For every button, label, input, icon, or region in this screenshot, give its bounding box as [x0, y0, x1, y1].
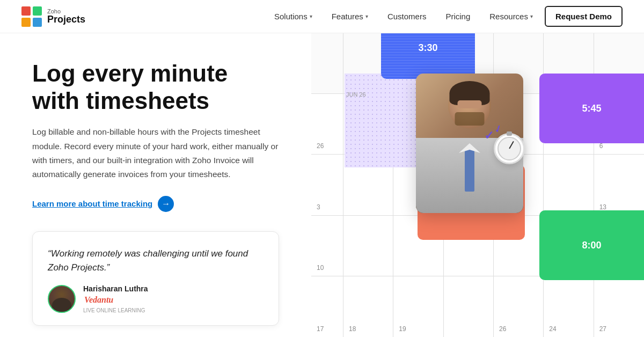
svg-rect-3: [33, 18, 42, 27]
nav-resources[interactable]: Resources ▾: [482, 8, 540, 25]
company-logo-icon: Vedantu: [83, 294, 126, 306]
request-demo-button[interactable]: Request Demo: [545, 6, 623, 27]
right-panel: 26 6 3 13 10 17 18 19: [311, 33, 644, 337]
logo-zoho: Zoho: [47, 8, 85, 14]
calendar-block-purple: 5:45: [539, 74, 644, 143]
logo-icon: [21, 6, 42, 27]
left-panel: Log every minute with timesheets Log bil…: [0, 33, 311, 337]
author-name: Harisharan Luthra: [83, 284, 148, 293]
page-title: Log every minute with timesheets: [32, 60, 290, 114]
avatar: [48, 285, 76, 313]
stopwatch-button: [507, 131, 512, 136]
cal-cell: 18: [343, 276, 393, 337]
cal-cell: 13: [594, 155, 644, 215]
stopwatch-icon: [494, 133, 528, 167]
main-nav: Solutions ▾ Features ▾ Customers Pricing…: [267, 6, 623, 27]
cal-cell: [343, 216, 393, 276]
arrow-icon: →: [158, 196, 174, 212]
svg-rect-2: [21, 18, 31, 27]
stopwatch-circle: [494, 133, 525, 164]
calendar-month-label: JUN 26: [346, 91, 366, 98]
logo-text: Zoho Projects: [47, 8, 85, 25]
svg-rect-0: [21, 6, 31, 16]
testimonial-card: “Working remotely was challenging until …: [32, 231, 279, 326]
main-content: Log every minute with timesheets Log bil…: [0, 33, 644, 337]
nav-customers[interactable]: Customers: [380, 8, 434, 25]
testimonial-quote: “Working remotely was challenging until …: [48, 247, 264, 275]
logo-projects: Projects: [47, 14, 85, 25]
learn-more-link[interactable]: Learn more about time tracking →: [32, 196, 290, 212]
nav-pricing[interactable]: Pricing: [438, 8, 478, 25]
cal-cell: 27: [594, 276, 644, 337]
avatar-image: [49, 285, 75, 313]
cal-cell: 26: [494, 276, 544, 337]
nav-solutions[interactable]: Solutions ▾: [267, 8, 320, 25]
cal-cell: 19: [393, 276, 443, 337]
author-company: Vedantu LIVE ONLINE LEARNING: [83, 294, 148, 313]
chevron-down-icon: ▾: [530, 13, 533, 19]
cal-cell: [544, 155, 594, 215]
cal-cell: 10: [311, 216, 343, 276]
calendar-block-green: 8:00: [539, 210, 644, 280]
svg-text:Vedantu: Vedantu: [84, 295, 113, 304]
stopwatch-face: [497, 137, 521, 160]
checkmark-icon: ✓: [484, 129, 494, 143]
author-info: Harisharan Luthra Vedantu LIVE ONLINE LE…: [83, 284, 148, 313]
cal-cell: [444, 276, 494, 337]
nav-features[interactable]: Features ▾: [324, 8, 376, 25]
calendar-block-dotted: [345, 74, 417, 167]
header: Zoho Projects Solutions ▾ Features ▾ Cus…: [0, 0, 644, 33]
calendar-block-blue: 3:30: [381, 33, 475, 79]
cal-cell: 3: [311, 155, 343, 215]
cal-cell: 26: [311, 94, 343, 155]
chevron-down-icon: ▾: [310, 13, 312, 19]
svg-rect-1: [33, 6, 42, 16]
testimonial-author: Harisharan Luthra Vedantu LIVE ONLINE LE…: [48, 284, 264, 313]
logo[interactable]: Zoho Projects: [21, 6, 85, 27]
cal-cell: [311, 33, 343, 94]
stopwatch-hand: [509, 141, 514, 149]
cal-cell: 17: [311, 276, 343, 337]
chevron-down-icon: ▾: [365, 13, 368, 19]
hero-description: Log billable and non-billable hours with…: [32, 125, 290, 181]
cal-cell: 24: [544, 276, 594, 337]
